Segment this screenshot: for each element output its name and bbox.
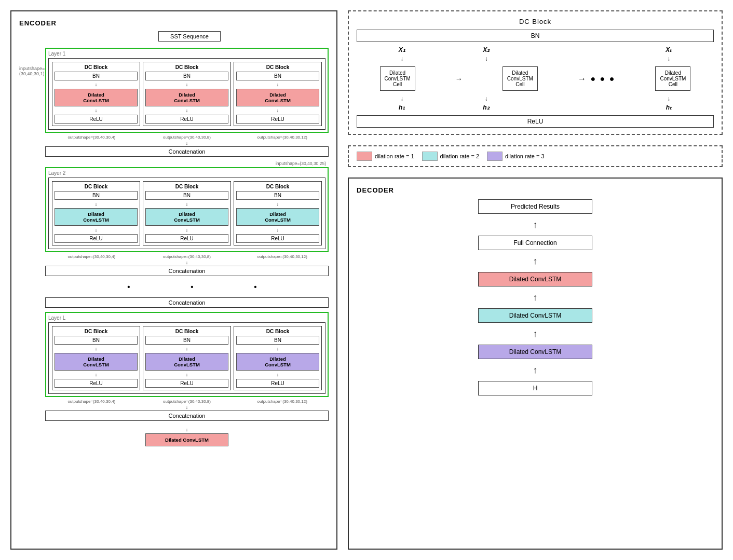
arrow-up-1: ↑ <box>533 220 538 229</box>
dilated-convlstm-purple1: DilatedConvLSTM <box>55 353 138 371</box>
out-shape-l2-2: outputshape=(30,40,30,8) <box>141 254 234 259</box>
cell-box-t: DilatedConvLSTMCell <box>655 66 690 91</box>
bn-box: BN <box>236 72 319 80</box>
dilated-convlstm-purple2: DilatedConvLSTM <box>145 353 228 371</box>
bn-box: BN <box>236 336 319 345</box>
legend-item-1: dilation rate = 1 <box>357 152 414 161</box>
legend-item-3: dilation rate = 3 <box>487 152 545 161</box>
relu-box: ReLU <box>55 379 138 388</box>
out-shape-lL-1: outputshape=(30,40,30,4) <box>45 399 138 404</box>
layerL-label: Layer L <box>48 315 325 321</box>
dc-detail-relu: ReLU <box>357 115 714 128</box>
layer1-dc3: DC Block BN ↓ DilatedConvLSTM ↓ ReLU <box>234 62 322 126</box>
legend-color-purple <box>487 152 503 161</box>
dc-title: DC Block <box>236 64 319 70</box>
arrow-up-2: ↑ <box>533 256 538 266</box>
dc-detail-title: DC Block <box>519 18 551 25</box>
predicted-results-box: Predicted Results <box>478 199 592 214</box>
out-shape-l2-1: outputshape=(30,40,30,4) <box>45 254 138 259</box>
out-shape-lL-2: outputshape=(30,40,30,8) <box>141 399 234 404</box>
concat-middle: Concatenation <box>45 297 329 308</box>
layer2-label: Layer 2 <box>48 170 325 176</box>
dc-title: DC Block <box>236 329 319 334</box>
dc-title: DC Block <box>145 184 228 189</box>
concat-layer1: Concatenation <box>45 146 329 157</box>
out-shape-lL-3: outputshape=(30,40,30,12) <box>236 399 329 404</box>
dc-title: DC Block <box>145 64 228 70</box>
out-shape-l1-3: outputshape=(30,40,30,12) <box>236 135 329 140</box>
dilated-convlstm-pink3: DilatedConvLSTM <box>236 89 319 106</box>
legend-text-3: dilation rate = 3 <box>505 153 545 159</box>
layer2-dc-blocks: DC Block BN ↓ DilatedConvLSTM ↓ ReLU DC … <box>48 177 325 249</box>
relu-box: ReLU <box>55 234 138 243</box>
x2-label: X₂ <box>483 46 490 53</box>
bn-box: BN <box>145 72 228 80</box>
legend-text-1: dilation rate = 1 <box>375 153 414 159</box>
bn-box: BN <box>145 191 228 200</box>
right-panel: DC Block BN X₁ ↓ X₂ ↓ Xₜ ↓ <box>348 10 723 550</box>
relu-box2: ReLU <box>145 234 228 243</box>
dc-title: DC Block <box>145 329 228 334</box>
bn-box: BN <box>55 191 138 200</box>
dilated-convlstm-pink: DilatedConvLSTM <box>55 89 138 106</box>
sst-box: SST Sequence <box>158 31 221 42</box>
dc-detail-bn: BN <box>357 30 714 42</box>
layerL-dc2: DC Block BN ↓ DilatedConvLSTM ↓ ReLU <box>143 326 231 390</box>
h-box: H <box>478 381 592 395</box>
arrow-up-4: ↑ <box>533 329 538 338</box>
relu-box2: ReLU <box>145 115 228 124</box>
cell-box-2: DilatedConvLSTMCell <box>503 66 538 91</box>
bn-box: BN <box>236 191 319 200</box>
dots-row: • • • <box>19 280 329 293</box>
decoder-dilated-cyan: Dilated ConvLSTM <box>478 308 592 323</box>
out-shape-l1-2: outputshape=(30,40,30,8) <box>141 135 234 140</box>
bn-box: BN <box>55 336 138 345</box>
bn-box: BN <box>55 72 138 80</box>
xt-label: Xₜ <box>666 46 672 53</box>
relu-box: ReLU <box>55 115 138 124</box>
decoder-dilated-pink: Dilated ConvLSTM <box>478 272 592 286</box>
arrow-up-5: ↑ <box>533 365 538 375</box>
relu-box2: ReLU <box>145 379 228 388</box>
dilated-convlstm-cyan3: DilatedConvLSTM <box>236 208 319 226</box>
full-connection-box: Full Connection <box>478 236 592 250</box>
out-shape-l2-3: outputshape=(30,40,30,12) <box>236 254 329 259</box>
encoder-label: ENCODER <box>19 19 329 27</box>
layer1-dc1: DC Block BN ↓ DilatedConvLSTM ↓ ReLU <box>52 62 140 126</box>
dilated-convlstm-cyan2: DilatedConvLSTM <box>145 208 228 226</box>
cell-dots: → ● ● ● <box>578 74 615 84</box>
dc-title: DC Block <box>55 64 138 70</box>
bottom-dilated-convlstm: Dilated ConvLSTM <box>145 433 228 446</box>
input-shape-label: inputshape=(30,40,30,1) <box>19 48 45 76</box>
legend-color-pink <box>357 152 372 161</box>
layer2-dc3: DC Block BN ↓ DilatedConvLSTM ↓ ReLU <box>234 181 322 245</box>
decoder-panel: DECODER Predicted Results ↑ Full Connect… <box>348 177 723 550</box>
concat-layer2: Concatenation <box>45 266 329 276</box>
dc-title: DC Block <box>236 184 319 189</box>
h1-label: h₁ <box>399 104 405 111</box>
dilated-convlstm-cyan1: DilatedConvLSTM <box>55 208 138 226</box>
legend-panel: dilation rate = 1 dilation rate = 2 dila… <box>348 145 723 167</box>
h2-label: h₂ <box>483 104 489 111</box>
legend-item-2: dilation rate = 2 <box>422 152 480 161</box>
out-shape-l1-1: outputshape=(30,40,30,4) <box>45 135 138 140</box>
arrow-up-3: ↑ <box>533 293 538 302</box>
decoder-dilated-purple: Dilated ConvLSTM <box>478 345 592 359</box>
legend-color-cyan <box>422 152 438 161</box>
dilated-convlstm-purple3: DilatedConvLSTM <box>236 353 319 371</box>
dilated-convlstm-pink2: DilatedConvLSTM <box>145 89 228 106</box>
encoder-panel: ENCODER SST Sequence inputshape=(30,40,3… <box>10 10 337 550</box>
relu-box3: ReLU <box>236 234 319 243</box>
decoder-inner: Predicted Results ↑ Full Connection ↑ Di… <box>357 199 714 395</box>
input-shape-layer2: inputshape=(30,40,30,25) <box>45 161 326 166</box>
ht-label: hₜ <box>666 104 672 111</box>
layer1-label: Layer 1 <box>48 51 325 57</box>
dc-detail-panel: DC Block BN X₁ ↓ X₂ ↓ Xₜ ↓ <box>348 10 723 135</box>
relu-box3: ReLU <box>236 115 319 124</box>
concat-layerL: Concatenation <box>45 411 329 421</box>
dc-title: DC Block <box>55 184 138 189</box>
layer2-dc2: DC Block BN ↓ DilatedConvLSTM ↓ ReLU <box>143 181 231 245</box>
dc-title: DC Block <box>55 329 138 334</box>
layer2-dc1: DC Block BN ↓ DilatedConvLSTM ↓ ReLU <box>52 181 140 245</box>
cell-box-1: DilatedConvLSTMCell <box>380 66 415 91</box>
